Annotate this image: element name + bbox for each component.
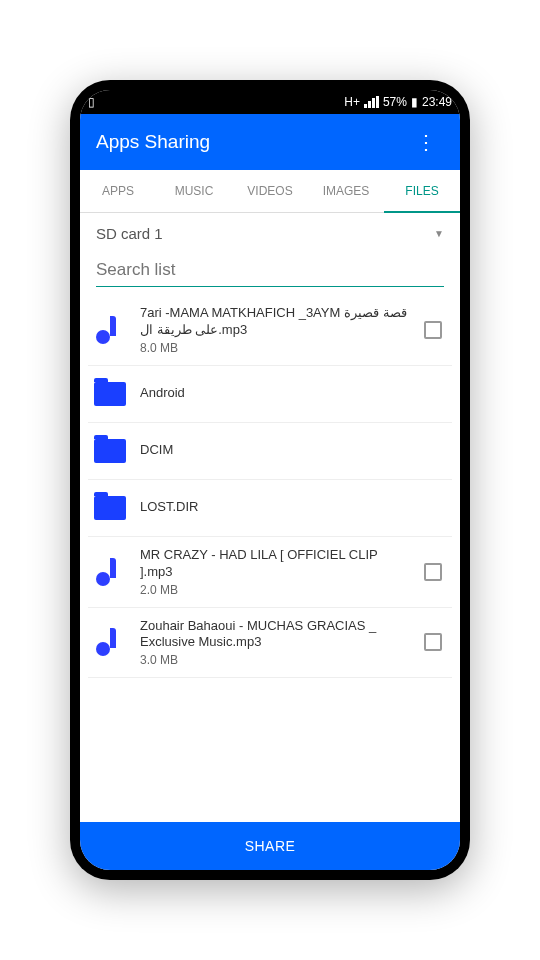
status-right: H+ 57% ▮ 23:49 bbox=[344, 95, 452, 109]
file-info: Android bbox=[140, 385, 448, 402]
device-frame: ▯ H+ 57% ▮ 23:49 Apps Sharing ⋮ APPS MUS… bbox=[70, 80, 470, 880]
folder-icon bbox=[92, 433, 128, 469]
music-icon bbox=[92, 554, 128, 590]
file-name: MR CRAZY - HAD LILA [ OFFICIEL CLIP ].mp… bbox=[140, 547, 412, 581]
search-input[interactable] bbox=[96, 254, 444, 287]
list-item[interactable]: MR CRAZY - HAD LILA [ OFFICIEL CLIP ].mp… bbox=[88, 537, 452, 608]
clock: 23:49 bbox=[422, 95, 452, 109]
share-button[interactable]: SHARE bbox=[80, 822, 460, 870]
app-title: Apps Sharing bbox=[96, 131, 210, 153]
music-icon bbox=[92, 312, 128, 348]
tab-apps[interactable]: APPS bbox=[80, 170, 156, 212]
file-list: 7ari -MAMA MATKHAFICH _3AYM قصة قصيرة عل… bbox=[88, 295, 452, 678]
battery-percent: 57% bbox=[383, 95, 407, 109]
content-area: SD card 1 ▼ 7ari -MAMA MATKHAFICH _3AYM … bbox=[80, 213, 460, 822]
file-size: 2.0 MB bbox=[140, 583, 412, 597]
tab-videos[interactable]: VIDEOS bbox=[232, 170, 308, 212]
list-item[interactable]: Zouhair Bahaoui - MUCHAS GRACIAS _ Exclu… bbox=[88, 608, 452, 679]
screen: ▯ H+ 57% ▮ 23:49 Apps Sharing ⋮ APPS MUS… bbox=[80, 90, 460, 870]
battery-icon: ▮ bbox=[411, 95, 418, 109]
chevron-down-icon: ▼ bbox=[434, 228, 444, 239]
file-info: 7ari -MAMA MATKHAFICH _3AYM قصة قصيرة عل… bbox=[140, 305, 412, 355]
tab-files[interactable]: FILES bbox=[384, 170, 460, 212]
list-item[interactable]: Android bbox=[88, 366, 452, 423]
storage-label: SD card 1 bbox=[96, 225, 163, 242]
search-field bbox=[96, 254, 444, 287]
tab-music[interactable]: MUSIC bbox=[156, 170, 232, 212]
list-item[interactable]: DCIM bbox=[88, 423, 452, 480]
file-size: 3.0 MB bbox=[140, 653, 412, 667]
list-item[interactable]: 7ari -MAMA MATKHAFICH _3AYM قصة قصيرة عل… bbox=[88, 295, 452, 366]
file-checkbox[interactable] bbox=[424, 633, 442, 651]
signal-icon bbox=[364, 96, 379, 108]
network-type: H+ bbox=[344, 95, 360, 109]
file-name: Android bbox=[140, 385, 448, 402]
list-item[interactable]: LOST.DIR bbox=[88, 480, 452, 537]
file-size: 8.0 MB bbox=[140, 341, 412, 355]
file-name: DCIM bbox=[140, 442, 448, 459]
file-name: LOST.DIR bbox=[140, 499, 448, 516]
tab-images[interactable]: IMAGES bbox=[308, 170, 384, 212]
music-icon bbox=[92, 624, 128, 660]
status-bar: ▯ H+ 57% ▮ 23:49 bbox=[80, 90, 460, 114]
storage-selector[interactable]: SD card 1 ▼ bbox=[88, 213, 452, 250]
folder-icon bbox=[92, 376, 128, 412]
status-left: ▯ bbox=[88, 95, 95, 109]
file-checkbox[interactable] bbox=[424, 321, 442, 339]
file-name: Zouhair Bahaoui - MUCHAS GRACIAS _ Exclu… bbox=[140, 618, 412, 652]
file-info: DCIM bbox=[140, 442, 448, 459]
file-info: Zouhair Bahaoui - MUCHAS GRACIAS _ Exclu… bbox=[140, 618, 412, 668]
file-checkbox[interactable] bbox=[424, 563, 442, 581]
tab-bar: APPS MUSIC VIDEOS IMAGES FILES bbox=[80, 170, 460, 213]
file-info: MR CRAZY - HAD LILA [ OFFICIEL CLIP ].mp… bbox=[140, 547, 412, 597]
file-info: LOST.DIR bbox=[140, 499, 448, 516]
overflow-menu-icon[interactable]: ⋮ bbox=[408, 122, 444, 162]
notification-indicator: ▯ bbox=[88, 95, 95, 109]
app-bar: Apps Sharing ⋮ bbox=[80, 114, 460, 170]
folder-icon bbox=[92, 490, 128, 526]
file-name: 7ari -MAMA MATKHAFICH _3AYM قصة قصيرة عل… bbox=[140, 305, 412, 339]
